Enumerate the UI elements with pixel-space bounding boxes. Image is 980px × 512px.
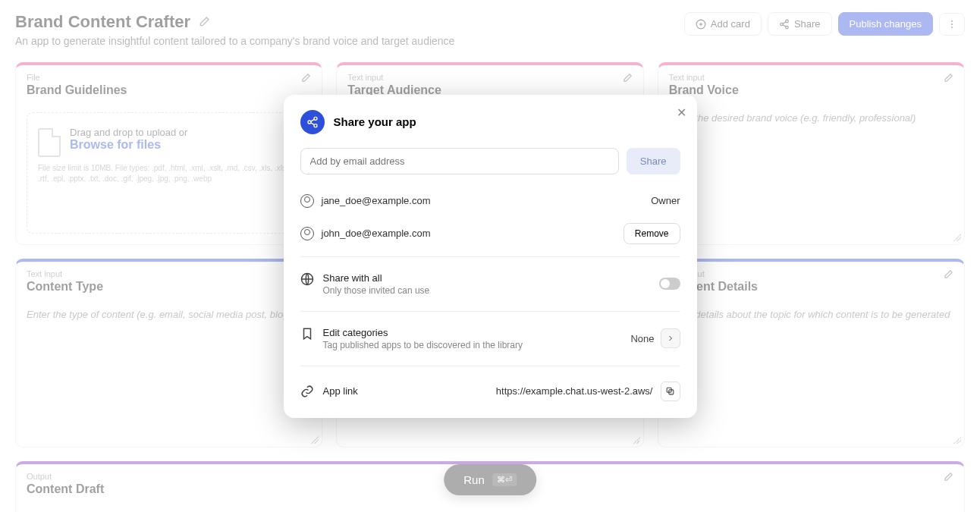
modal-overlay[interactable]: ✕ Share your app Share jane_doe@example.… [0, 0, 980, 512]
user-row: john_doe@example.com Remove [300, 215, 680, 252]
categories-subtitle: Tag published apps to be discovered in t… [323, 340, 523, 350]
share-modal: ✕ Share your app Share jane_doe@example.… [284, 95, 697, 418]
user-email: john_doe@example.com [322, 228, 431, 239]
svg-point-8 [308, 121, 311, 124]
svg-point-9 [314, 124, 317, 127]
categories-value: None [630, 333, 654, 344]
close-icon[interactable]: ✕ [677, 105, 686, 120]
share-icon [300, 110, 325, 134]
divider [300, 256, 680, 257]
email-field[interactable] [300, 148, 619, 174]
share-all-subtitle: Only those invited can use [323, 285, 430, 296]
globe-icon [300, 272, 314, 286]
app-link-label: App link [323, 385, 358, 397]
user-email: jane_doe@example.com [322, 195, 431, 206]
copy-link-button[interactable] [661, 382, 680, 401]
svg-point-7 [314, 117, 317, 120]
share-all-toggle[interactable] [659, 278, 680, 290]
categories-title: Edit categories [323, 327, 523, 338]
divider [300, 366, 680, 366]
categories-row: Edit categories Tag published apps to be… [300, 316, 680, 361]
share-all-row: Share with all Only those invited can us… [300, 262, 680, 306]
modal-title: Share your app [334, 115, 416, 128]
share-submit-button[interactable]: Share [627, 148, 680, 174]
user-icon [300, 227, 314, 240]
link-icon [300, 385, 314, 398]
role-owner: Owner [651, 195, 680, 206]
app-link-url: https://example.chat.us-west-2.aws/ [496, 385, 653, 397]
user-icon [300, 194, 314, 208]
app-link-row: App link https://example.chat.us-west-2.… [300, 371, 680, 401]
user-row: jane_doe@example.com Owner [300, 187, 680, 215]
chevron-right-icon[interactable] [661, 328, 680, 348]
bookmark-icon [300, 327, 314, 341]
divider [300, 311, 680, 312]
remove-user-button[interactable]: Remove [623, 223, 680, 244]
share-all-title: Share with all [323, 272, 430, 284]
copy-icon [665, 386, 675, 396]
